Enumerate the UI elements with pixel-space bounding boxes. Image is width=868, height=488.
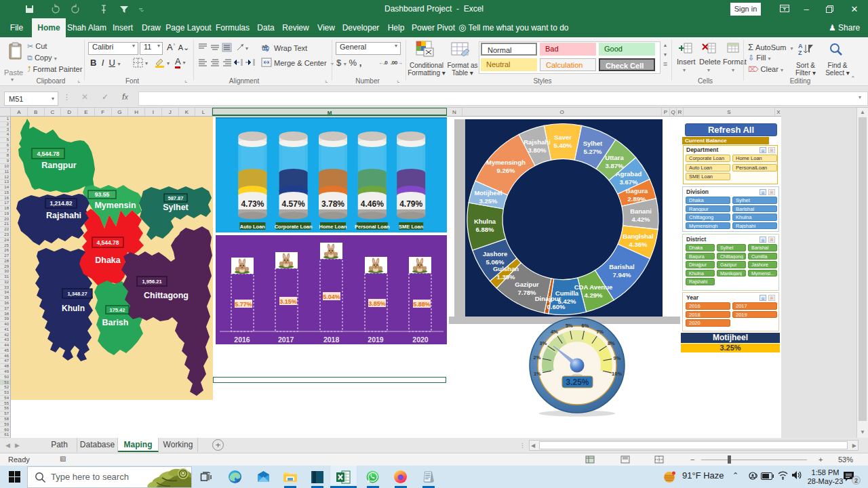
svg-text:4,544.78: 4,544.78 xyxy=(96,239,119,246)
svg-text:1.39%: 1.39% xyxy=(497,273,515,281)
svg-text:3.78%: 3.78% xyxy=(321,199,344,209)
svg-text:1,348.27: 1,348.27 xyxy=(67,291,87,297)
svg-text:Jashore: Jashore xyxy=(483,250,507,258)
svg-text:Dinajpur: Dinajpur xyxy=(535,295,561,302)
svg-text:4.29%: 4.29% xyxy=(585,291,603,299)
svg-text:5.06%: 5.06% xyxy=(486,258,505,266)
svg-text:Chittagong: Chittagong xyxy=(144,291,189,300)
svg-text:5%: 5% xyxy=(566,323,573,329)
svg-text:7.94%: 7.94% xyxy=(613,271,631,279)
svg-text:2019: 2019 xyxy=(368,336,384,344)
svg-text:Banglshal: Banglshal xyxy=(623,232,653,240)
svg-text:4.57%: 4.57% xyxy=(282,199,305,209)
svg-text:5.40%: 5.40% xyxy=(554,142,572,149)
svg-text:Dhaka: Dhaka xyxy=(95,256,121,265)
svg-text:2020: 2020 xyxy=(412,336,429,344)
svg-text:6.88%: 6.88% xyxy=(476,226,494,233)
svg-text:3.87%: 3.87% xyxy=(606,162,624,169)
svg-text:4.73%: 4.73% xyxy=(241,199,264,209)
svg-text:Z: Z xyxy=(798,49,802,56)
svg-text:3.25%: 3.25% xyxy=(566,378,589,387)
svg-text:2017: 2017 xyxy=(278,336,294,344)
svg-text:SME Loan: SME Loan xyxy=(399,224,424,230)
svg-text:Gulshan: Gulshan xyxy=(493,265,519,272)
svg-text:5.04%: 5.04% xyxy=(323,293,340,300)
svg-text:6%: 6% xyxy=(582,323,589,329)
svg-text:8%: 8% xyxy=(608,340,615,346)
svg-text:CDA Avenue: CDA Avenue xyxy=(574,283,612,291)
svg-text:Agrabad: Agrabad xyxy=(616,170,642,178)
svg-text:3.15%: 3.15% xyxy=(279,298,297,305)
svg-text:▾: ▾ xyxy=(167,60,170,66)
svg-text:3.85%: 3.85% xyxy=(368,300,386,307)
svg-text:2.89%: 2.89% xyxy=(628,195,646,203)
svg-text:Banani: Banani xyxy=(630,207,652,215)
svg-text:4.79%: 4.79% xyxy=(399,199,422,209)
svg-text:1,956.21: 1,956.21 xyxy=(142,279,161,285)
svg-text:4.42%: 4.42% xyxy=(632,216,650,223)
svg-text:Bagura: Bagura xyxy=(626,187,648,195)
svg-text:Gazipur: Gazipur xyxy=(515,281,539,288)
svg-text:5.77%: 5.77% xyxy=(235,301,252,308)
svg-text:Barishal: Barishal xyxy=(609,263,635,270)
svg-text:Sylhet: Sylhet xyxy=(163,203,189,212)
svg-text:Uttara: Uttara xyxy=(605,154,624,161)
svg-text:2%: 2% xyxy=(534,354,541,361)
svg-text:3.25%: 3.25% xyxy=(479,197,498,205)
svg-text:Motijheel: Motijheel xyxy=(474,189,502,197)
svg-text:Mymensingh: Mymensingh xyxy=(486,159,526,166)
svg-text:Saver: Saver xyxy=(554,134,572,141)
svg-text:ab: ab xyxy=(262,43,268,49)
svg-text:2018: 2018 xyxy=(323,336,340,344)
svg-text:Rajshahi: Rajshahi xyxy=(524,138,551,146)
svg-text:3.80%: 3.80% xyxy=(528,146,547,154)
svg-text:Khulna: Khulna xyxy=(474,218,496,225)
svg-text:▾: ▾ xyxy=(145,60,148,66)
svg-text:Khuln: Khuln xyxy=(62,304,85,313)
svg-text:2016: 2016 xyxy=(234,336,250,344)
svg-text:4%: 4% xyxy=(551,329,558,335)
svg-text:175.42: 175.42 xyxy=(110,307,125,313)
svg-text:Barish: Barish xyxy=(102,318,129,327)
svg-text:Mymensin: Mymensin xyxy=(94,201,136,210)
svg-text:7%: 7% xyxy=(596,329,604,335)
svg-text:5.27%: 5.27% xyxy=(584,148,602,155)
svg-text:4.36%: 4.36% xyxy=(629,241,648,248)
svg-text:9.26%: 9.26% xyxy=(497,167,515,174)
svg-text:Auto Loan: Auto Loan xyxy=(240,224,265,230)
svg-text:3.67%: 3.67% xyxy=(620,178,638,186)
svg-text:A: A xyxy=(798,43,803,49)
svg-text:1,214.82: 1,214.82 xyxy=(50,200,72,207)
svg-text:Rajshahi: Rajshahi xyxy=(46,211,81,220)
svg-text:▾: ▾ xyxy=(245,45,248,52)
svg-text:93.55: 93.55 xyxy=(95,191,110,198)
svg-text:Personal Loan: Personal Loan xyxy=(355,224,390,230)
svg-text:5.88%: 5.88% xyxy=(413,301,431,308)
svg-text:Rangpur: Rangpur xyxy=(41,161,77,170)
svg-text:3%: 3% xyxy=(539,340,547,346)
svg-text:587.87: 587.87 xyxy=(168,195,184,201)
svg-text:9%: 9% xyxy=(614,355,621,361)
svg-text:10%: 10% xyxy=(612,371,622,377)
svg-text:Corporate Loan: Corporate Loan xyxy=(275,224,313,230)
svg-text:Home Loan: Home Loan xyxy=(319,224,347,230)
svg-text:Sylhet: Sylhet xyxy=(583,140,603,147)
svg-text:7.78%: 7.78% xyxy=(518,289,536,296)
svg-text:0.60%: 0.60% xyxy=(547,303,566,310)
svg-text:4,544.78: 4,544.78 xyxy=(37,150,59,157)
svg-text:4.46%: 4.46% xyxy=(361,199,384,209)
svg-text:1%: 1% xyxy=(534,371,541,377)
